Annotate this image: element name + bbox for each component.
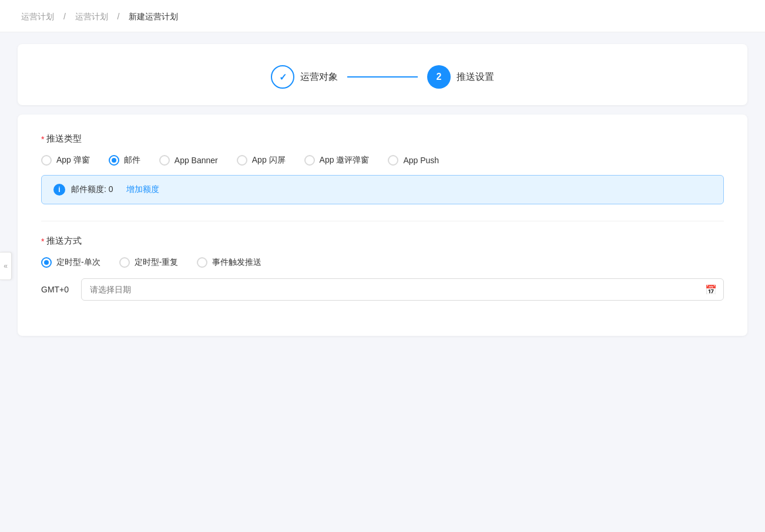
push-method-section: * 推送方式 定时型-单次 定时型-重复 事件触发推送	[41, 235, 724, 301]
email-quota-text: 邮件额度: 0	[71, 184, 113, 195]
push-method-label: * 推送方式	[41, 235, 724, 247]
step-1-label: 运营对象	[300, 71, 338, 83]
push-type-section: * 推送类型 App 弹窗 邮件 App Banner	[41, 133, 724, 204]
breadcrumb: 运营计划 / 运营计划 / 新建运营计划	[0, 0, 765, 32]
info-icon: i	[53, 184, 65, 196]
radio-input-scheduled-repeat	[119, 257, 130, 268]
radio-label-scheduled-repeat: 定时型-重复	[135, 257, 179, 268]
breadcrumb-item-1[interactable]: 运营计划	[21, 12, 54, 21]
radio-input-app-push	[388, 155, 398, 166]
radio-input-app-review	[304, 155, 315, 166]
divider	[41, 221, 724, 221]
radio-input-scheduled-once	[41, 257, 52, 268]
radio-app-push[interactable]: App Push	[388, 155, 439, 166]
sidebar-collapse-button[interactable]: «	[0, 252, 12, 280]
push-type-label: * 推送类型	[41, 133, 724, 144]
checkmark-icon: ✓	[279, 72, 287, 83]
step-2: 2 推送设置	[427, 65, 494, 89]
radio-scheduled-repeat[interactable]: 定时型-重复	[119, 257, 179, 268]
email-quota-banner: i 邮件额度: 0 增加额度	[41, 175, 724, 204]
breadcrumb-current: 新建运营计划	[129, 12, 178, 21]
radio-input-event-trigger	[197, 257, 207, 268]
step-2-circle: 2	[427, 65, 451, 89]
radio-label-app-review: App 邀评弹窗	[320, 155, 370, 166]
increase-quota-link[interactable]: 增加额度	[126, 184, 159, 195]
radio-email[interactable]: 邮件	[109, 155, 140, 166]
push-type-radio-group: App 弹窗 邮件 App Banner App 闪屏	[41, 155, 724, 166]
step-1: ✓ 运营对象	[271, 65, 338, 89]
radio-input-app-popup	[41, 155, 52, 166]
push-method-radio-group: 定时型-单次 定时型-重复 事件触发推送	[41, 257, 724, 268]
push-type-label-text: 推送类型	[46, 133, 82, 144]
breadcrumb-item-2[interactable]: 运营计划	[75, 12, 108, 21]
steps-container: ✓ 运营对象 2 推送设置	[41, 65, 724, 89]
radio-app-popup[interactable]: App 弹窗	[41, 155, 90, 166]
form-card: * 推送类型 App 弹窗 邮件 App Banner	[18, 115, 747, 336]
radio-label-event-trigger: 事件触发推送	[212, 257, 261, 268]
required-star-push-method: *	[41, 237, 44, 246]
radio-event-trigger[interactable]: 事件触发推送	[197, 257, 261, 268]
push-method-label-text: 推送方式	[46, 235, 82, 247]
chevron-left-icon: «	[4, 262, 8, 270]
step-2-number: 2	[437, 72, 442, 82]
date-input-wrapper: 📅	[81, 278, 724, 301]
date-input[interactable]	[81, 278, 724, 301]
gmt-date-row: GMT+0 📅	[41, 278, 724, 301]
radio-scheduled-once[interactable]: 定时型-单次	[41, 257, 100, 268]
radio-label-app-flash: App 闪屏	[252, 155, 286, 166]
radio-input-app-flash	[237, 155, 247, 166]
radio-app-banner[interactable]: App Banner	[159, 155, 218, 166]
radio-input-app-banner	[159, 155, 170, 166]
gmt-label: GMT+0	[41, 285, 74, 294]
step-connector	[347, 76, 418, 78]
steps-card: ✓ 运营对象 2 推送设置	[18, 44, 747, 105]
radio-label-app-popup: App 弹窗	[56, 155, 90, 166]
radio-label-scheduled-once: 定时型-单次	[56, 257, 100, 268]
radio-label-email: 邮件	[124, 155, 140, 166]
required-star-push-type: *	[41, 134, 44, 144]
step-1-circle: ✓	[271, 65, 294, 89]
breadcrumb-separator-1: /	[63, 12, 68, 21]
step-2-label: 推送设置	[457, 71, 494, 83]
breadcrumb-separator-2: /	[118, 12, 122, 21]
radio-input-email	[109, 155, 119, 166]
radio-label-app-banner: App Banner	[175, 156, 218, 165]
radio-label-app-push: App Push	[403, 156, 439, 165]
radio-app-review[interactable]: App 邀评弹窗	[304, 155, 370, 166]
radio-app-flash[interactable]: App 闪屏	[237, 155, 286, 166]
